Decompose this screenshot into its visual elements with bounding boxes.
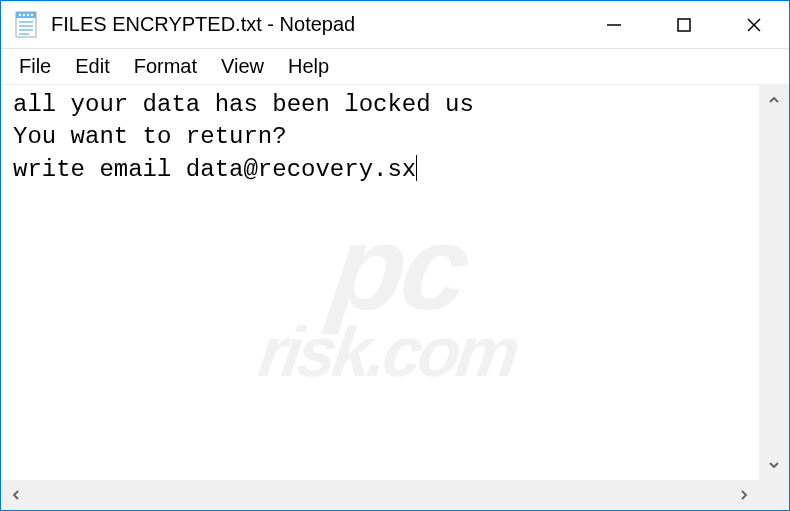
svg-rect-11 — [678, 19, 690, 31]
vertical-scrollbar[interactable] — [759, 85, 789, 480]
scrollbar-corner — [759, 480, 789, 510]
scroll-down-button[interactable] — [759, 450, 789, 480]
menubar: File Edit Format View Help — [1, 49, 789, 85]
chevron-left-icon — [10, 489, 22, 501]
close-icon — [745, 16, 763, 34]
scroll-left-button[interactable] — [1, 480, 31, 510]
window-controls — [579, 1, 789, 48]
window-title: FILES ENCRYPTED.txt - Notepad — [51, 13, 579, 36]
svg-point-4 — [27, 13, 29, 15]
menu-help[interactable]: Help — [276, 51, 341, 82]
svg-point-5 — [31, 13, 33, 15]
notepad-window: FILES ENCRYPTED.txt - Notepad File — [0, 0, 790, 511]
chevron-up-icon — [768, 94, 780, 106]
svg-point-2 — [19, 13, 21, 15]
close-button[interactable] — [719, 1, 789, 48]
scroll-right-button[interactable] — [729, 480, 759, 510]
editor-text: all your data has been locked us You wan… — [13, 91, 474, 183]
titlebar: FILES ENCRYPTED.txt - Notepad — [1, 1, 789, 49]
maximize-icon — [675, 16, 693, 34]
menu-file[interactable]: File — [7, 51, 63, 82]
svg-point-3 — [23, 13, 25, 15]
horizontal-scrollbar[interactable] — [1, 480, 759, 510]
chevron-down-icon — [768, 459, 780, 471]
minimize-button[interactable] — [579, 1, 649, 48]
minimize-icon — [605, 16, 623, 34]
notepad-icon — [13, 11, 41, 39]
menu-view[interactable]: View — [209, 51, 276, 82]
text-editor[interactable]: all your data has been locked us You wan… — [1, 85, 759, 480]
editor-area: pc risk.com all your data has been locke… — [1, 85, 789, 510]
text-caret — [416, 155, 417, 181]
chevron-right-icon — [738, 489, 750, 501]
menu-format[interactable]: Format — [122, 51, 209, 82]
menu-edit[interactable]: Edit — [63, 51, 121, 82]
maximize-button[interactable] — [649, 1, 719, 48]
scroll-up-button[interactable] — [759, 85, 789, 115]
